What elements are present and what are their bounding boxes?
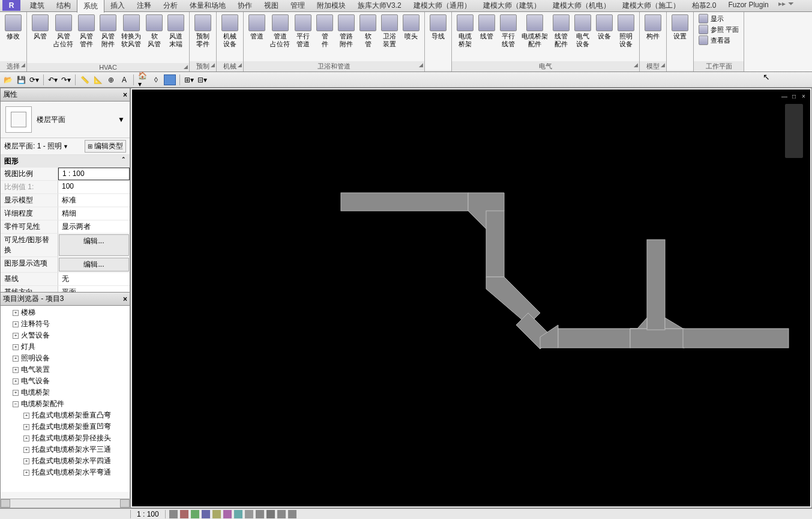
tree-item[interactable]: +电气装置: [2, 364, 128, 375]
ribbon-btn[interactable]: 电缆 桥架: [454, 13, 476, 49]
tree-item[interactable]: +注释符号: [2, 318, 128, 330]
tab-13[interactable]: 建模大师（建筑）: [477, 0, 547, 13]
tree-item[interactable]: +托盘式电缆桥架垂直凸弯: [2, 410, 128, 421]
tab-3[interactable]: 插入: [104, 0, 131, 13]
expand-icon[interactable]: +: [23, 413, 29, 419]
expand-icon[interactable]: +: [13, 344, 19, 350]
ribbon-btn[interactable]: 管道 占位符: [268, 13, 292, 49]
close-inactive-icon[interactable]: ⊞▾: [184, 74, 194, 85]
tab-1[interactable]: 结构: [50, 0, 77, 13]
thin-lines-toggle[interactable]: [164, 74, 176, 85]
tab-5[interactable]: 分析: [157, 0, 184, 13]
ribbon-btn[interactable]: 设置: [669, 13, 691, 41]
expand-icon[interactable]: +: [13, 390, 19, 396]
view-canvas[interactable]: — □ ×: [132, 90, 810, 506]
ribbon-btn[interactable]: 管 件: [314, 13, 335, 49]
expand-icon[interactable]: +: [13, 367, 19, 373]
tree-item[interactable]: +灯具: [2, 341, 128, 353]
tab-0[interactable]: 建筑: [24, 0, 50, 13]
ribbon-btn[interactable]: 卫浴 装置: [379, 13, 400, 49]
expand-icon[interactable]: +: [13, 310, 19, 316]
dialog-launcher-icon[interactable]: ◢: [661, 62, 665, 68]
tab-11[interactable]: 族库大师V3.2: [352, 0, 408, 13]
ribbon-btn[interactable]: 软 风管: [143, 13, 165, 49]
ribbon-btn[interactable]: 风管 管件: [76, 13, 97, 49]
close-icon[interactable]: ×: [123, 295, 127, 303]
browser-hscroll[interactable]: [0, 499, 130, 508]
tree-item[interactable]: +照明设备: [2, 353, 128, 364]
tree-item[interactable]: +电气设备: [2, 375, 128, 387]
tab-2[interactable]: 系统: [77, 0, 104, 13]
ribbon-btn[interactable]: 风道 末端: [165, 13, 187, 49]
ribbon-btn-small[interactable]: 参照 平面: [696, 24, 741, 35]
tree-item[interactable]: +托盘式电缆桥架水平三通: [2, 444, 128, 455]
ribbon-btn[interactable]: 导线: [427, 13, 449, 41]
tree-item[interactable]: +托盘式电缆桥架水平弯通: [2, 467, 128, 478]
ribbon-btn[interactable]: 管路 附件: [335, 13, 357, 49]
tab-9[interactable]: 管理: [284, 0, 311, 13]
prop-value[interactable]: 无: [58, 273, 130, 285]
undo-icon[interactable]: ↶▾: [47, 74, 58, 85]
expand-icon[interactable]: +: [23, 436, 29, 442]
ribbon-btn[interactable]: 平行 管道: [292, 13, 314, 49]
dim-icon[interactable]: ⊕: [106, 74, 116, 85]
ribbon-btn[interactable]: 软 管: [357, 13, 379, 49]
dialog-launcher-icon[interactable]: ◢: [21, 62, 25, 68]
switch-window-icon[interactable]: ⊟▾: [197, 74, 208, 85]
ribbon-btn-small[interactable]: 查看器: [696, 35, 741, 46]
sync-icon[interactable]: ⟳▾: [29, 74, 40, 85]
open-icon[interactable]: 📂: [2, 74, 13, 85]
dialog-launcher-icon[interactable]: ◢: [238, 62, 242, 68]
ribbon-btn[interactable]: 风管: [29, 13, 51, 41]
tree-item[interactable]: −电缆桥架配件: [2, 398, 128, 410]
prop-edit-button[interactable]: 编辑...: [59, 258, 129, 272]
tab-6[interactable]: 体量和场地: [184, 0, 232, 13]
expand-icon[interactable]: +: [13, 378, 19, 384]
tree-item[interactable]: +托盘式电缆桥架水平四通: [2, 455, 128, 467]
expand-icon[interactable]: +: [13, 321, 19, 327]
tree-item[interactable]: +托盘式电缆桥架异径接头: [2, 432, 128, 444]
expand-icon[interactable]: +: [13, 333, 19, 339]
ribbon-btn[interactable]: 修改: [2, 13, 24, 41]
view-control-bar[interactable]: [166, 510, 300, 518]
ribbon-btn[interactable]: 管道: [246, 13, 268, 41]
scroll-right-icon[interactable]: [120, 499, 130, 508]
measure-icon[interactable]: 📏: [79, 74, 90, 85]
ribbon-btn[interactable]: 构件: [642, 13, 664, 41]
dialog-launcher-icon[interactable]: ◢: [211, 62, 215, 68]
tab-17[interactable]: Fuzor Plugin: [722, 0, 774, 13]
ribbon-btn[interactable]: 线管 配件: [550, 13, 572, 49]
tab-7[interactable]: 协作: [232, 0, 258, 13]
ribbon-btn-small[interactable]: 显示: [696, 13, 741, 24]
prop-value[interactable]: 标准: [58, 194, 130, 207]
ribbon-btn[interactable]: 线管: [476, 13, 498, 41]
ribbon-btn[interactable]: 电缆桥架 配件: [519, 13, 550, 49]
prop-value[interactable]: 显示两者: [58, 220, 130, 233]
ribbon-btn[interactable]: 风管 占位符: [51, 13, 76, 49]
tab-4[interactable]: 注释: [131, 0, 157, 13]
type-selector[interactable]: 楼层平面 ▼: [1, 102, 130, 138]
expand-icon[interactable]: +: [23, 447, 29, 453]
tree-item[interactable]: +楼梯: [2, 307, 128, 318]
ribbon-btn[interactable]: 设备: [594, 13, 615, 41]
expand-icon[interactable]: −: [13, 401, 19, 407]
save-icon[interactable]: 💾: [16, 74, 26, 85]
prop-edit-button[interactable]: 编辑...: [59, 234, 129, 256]
tab-12[interactable]: 建模大师（通用）: [408, 0, 477, 13]
ribbon-btn[interactable]: 电气 设备: [572, 13, 594, 49]
tree-item[interactable]: +电缆桥架: [2, 387, 128, 398]
ribbon-btn[interactable]: 预制 零件: [192, 13, 214, 49]
tab-16[interactable]: 柏慕2.0: [686, 0, 723, 13]
expand-icon[interactable]: +: [23, 470, 29, 476]
edit-type-button[interactable]: ⊞ 编辑类型: [85, 140, 126, 153]
app-logo[interactable]: R: [2, 0, 20, 11]
ribbon-btn[interactable]: 照明 设备: [615, 13, 637, 49]
scroll-left-icon[interactable]: [1, 499, 10, 508]
tab-15[interactable]: 建模大师（施工）: [616, 0, 686, 13]
tab-10[interactable]: 附加模块: [311, 0, 352, 13]
prop-value[interactable]: 1 : 100: [58, 168, 130, 180]
expand-icon[interactable]: +: [23, 458, 29, 464]
collapse-icon[interactable]: ⌃: [121, 156, 126, 166]
align-icon[interactable]: 📐: [92, 74, 103, 85]
tree-item[interactable]: +火警设备: [2, 330, 128, 341]
